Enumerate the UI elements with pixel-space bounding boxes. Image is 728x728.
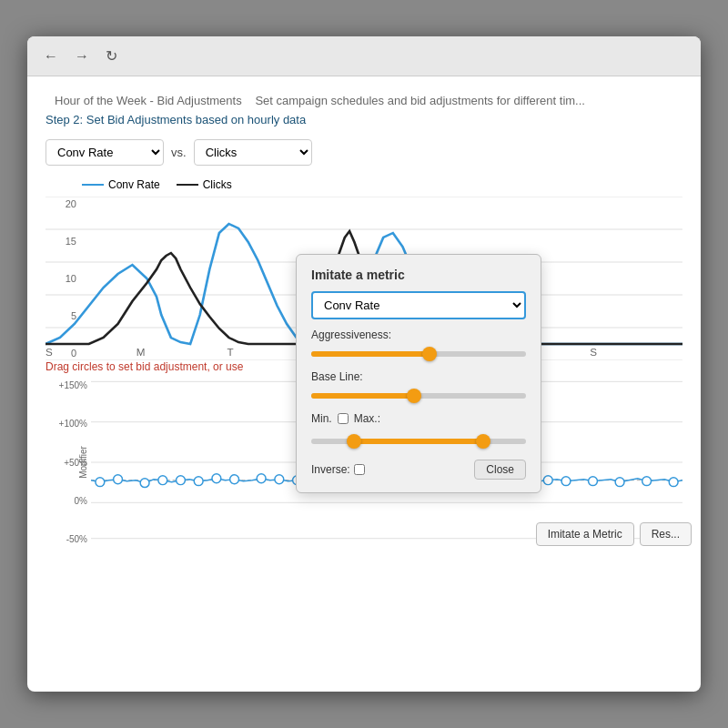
min-max-slider[interactable] <box>311 432 526 450</box>
svg-point-25 <box>212 474 221 483</box>
svg-point-27 <box>257 474 266 483</box>
max-label: Max.: <box>354 412 380 425</box>
chart-legend: Conv Rate Clicks <box>82 178 682 191</box>
back-button[interactable]: ← <box>40 46 62 66</box>
legend-line-clicks <box>177 184 198 186</box>
imitate-metric-popup: Imitate a metric Conv Rate Clicks Impres… <box>296 254 541 493</box>
popup-metric-select[interactable]: Conv Rate Clicks Impressions <box>311 291 526 319</box>
aggressiveness-label: Aggressiveness: <box>311 329 526 341</box>
svg-text:S: S <box>590 347 597 358</box>
slider-thumb-max[interactable] <box>476 434 490 449</box>
legend-label-clicks: Clicks <box>203 178 232 191</box>
svg-point-26 <box>230 475 239 484</box>
baseline-label: Base Line: <box>311 370 526 383</box>
slider-thumb-baseline[interactable] <box>407 389 421 403</box>
baseline-slider[interactable] <box>311 387 526 405</box>
page-title: Hour of the Week - Bid Adjustments Set c… <box>46 91 682 109</box>
svg-point-19 <box>96 478 105 487</box>
baseline-row: Base Line: <box>311 370 526 405</box>
reset-button[interactable]: Res... <box>640 522 692 546</box>
controls-row: Conv Rate Clicks Impressions CTR CPC vs.… <box>46 139 682 166</box>
legend-label-convrate: Conv Rate <box>108 178 160 191</box>
slider-track-minmax <box>311 439 526 444</box>
slider-fill-aggressiveness <box>311 351 430 357</box>
slider-range-fill <box>354 439 483 444</box>
svg-point-46 <box>642 477 652 486</box>
close-button[interactable]: Close <box>474 460 526 480</box>
slider-thumb-aggressiveness[interactable] <box>422 347 437 361</box>
browser-toolbar: ← → ↻ <box>27 36 701 76</box>
aggressiveness-slider[interactable] <box>311 345 526 363</box>
modifier-axis-label: Modifier <box>78 446 88 479</box>
inverse-row: Inverse: <box>311 463 365 476</box>
legend-item-convrate: Conv Rate <box>82 178 160 191</box>
popup-title: Imitate a metric <box>311 268 526 282</box>
action-buttons: Imitate a Metric Res... <box>536 522 692 546</box>
slider-thumb-min[interactable] <box>347 434 361 449</box>
imitate-metric-button[interactable]: Imitate a Metric <box>536 522 634 546</box>
svg-point-28 <box>275 475 284 484</box>
inverse-checkbox[interactable] <box>354 464 365 475</box>
aggressiveness-row: Aggressiveness: <box>311 329 526 363</box>
slider-track-aggressiveness <box>311 351 526 357</box>
svg-point-47 <box>669 478 678 487</box>
svg-point-20 <box>114 475 123 484</box>
y-axis-labels: 20 15 10 5 0 <box>46 197 80 360</box>
legend-line-convrate <box>82 184 104 186</box>
svg-point-21 <box>140 479 149 488</box>
min-label: Min. <box>311 412 332 425</box>
legend-item-clicks: Clicks <box>177 178 232 191</box>
refresh-button[interactable]: ↻ <box>102 46 121 66</box>
step-label: Step 2: Set Bid Adjustments based on hou… <box>46 113 682 126</box>
svg-point-42 <box>543 476 552 485</box>
inverse-label-text: Inverse: <box>311 463 350 476</box>
metric2-select[interactable]: Clicks Conv Rate Impressions CTR CPC <box>194 139 312 166</box>
forward-button[interactable]: → <box>71 46 93 66</box>
svg-point-24 <box>194 477 203 486</box>
min-checkbox[interactable] <box>338 413 349 424</box>
browser-window: ← → ↻ Hour of the Week - Bid Adjustments… <box>27 36 701 692</box>
vs-label: vs. <box>171 146 187 159</box>
metric1-select[interactable]: Conv Rate Clicks Impressions CTR CPC <box>46 139 164 166</box>
popup-footer: Inverse: Close <box>311 460 526 480</box>
svg-point-43 <box>561 477 571 486</box>
svg-point-23 <box>177 476 186 485</box>
svg-point-22 <box>158 476 167 485</box>
svg-point-45 <box>615 478 624 487</box>
slider-fill-baseline <box>311 393 414 399</box>
svg-point-44 <box>589 477 598 486</box>
svg-text:M: M <box>136 347 146 358</box>
min-max-row: Min. Max.: <box>311 412 526 425</box>
svg-text:T: T <box>227 347 233 358</box>
browser-content: Hour of the Week - Bid Adjustments Set c… <box>27 76 701 692</box>
